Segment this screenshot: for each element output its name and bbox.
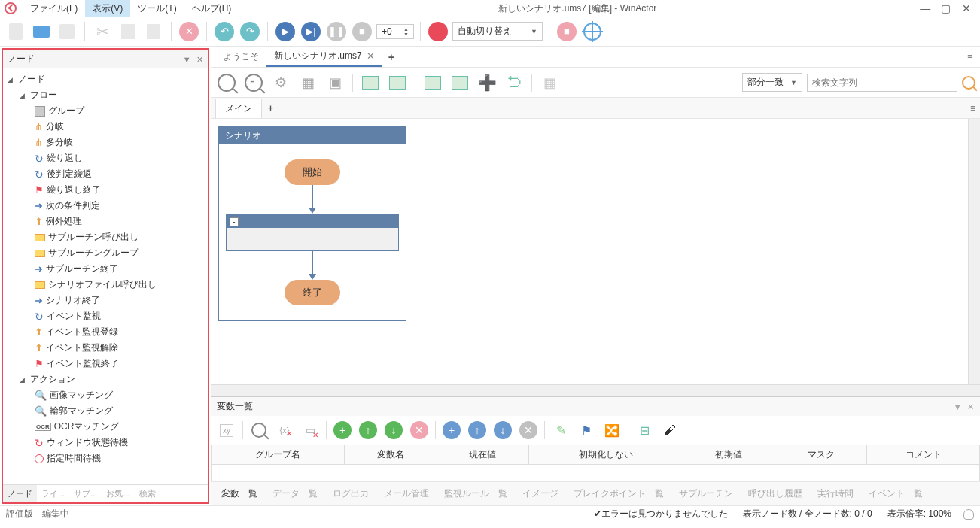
node-tree[interactable]: ◢ノード◢フローグループ⋔分岐⋔多分岐↻繰り返し↻後判定繰返⚑繰り返し終了➜次の…	[3, 68, 208, 484]
paste-button[interactable]	[142, 20, 165, 43]
bottom-tab[interactable]: 呼び出し履歴	[742, 485, 808, 502]
panel-tab[interactable]: サブ...	[69, 485, 102, 502]
image-button-2[interactable]	[386, 71, 409, 94]
cancel-button[interactable]: ✕	[178, 20, 200, 43]
stop-record-button[interactable]: ■	[555, 20, 578, 43]
collapse-button[interactable]: ▣	[324, 71, 346, 94]
var-column-header[interactable]: 変数名	[345, 445, 437, 465]
tree-item[interactable]: ➜シナリオ終了	[5, 293, 206, 308]
menu-help[interactable]: ヘルプ(H)	[184, 0, 239, 17]
bottom-tab[interactable]: メール管理	[378, 485, 435, 502]
new-file-button[interactable]	[5, 20, 27, 43]
var-flag-button[interactable]: ⚑	[575, 419, 598, 442]
end-node[interactable]: 終了	[285, 280, 340, 305]
tree-item[interactable]: ⬆イベント監視解除	[5, 340, 206, 356]
tree-item[interactable]: ↻後判定繰返	[5, 166, 206, 182]
cut-button[interactable]: ✂	[91, 20, 114, 43]
layout-button[interactable]: ▦	[297, 71, 319, 94]
tree-item[interactable]: シナリオファイル呼び出し	[5, 277, 206, 293]
canvas-tab-add[interactable]: +	[262, 100, 279, 117]
bottom-tab[interactable]: 実行時間	[811, 485, 860, 502]
search-icon[interactable]	[962, 76, 975, 90]
tree-item[interactable]: ↻イベント監視	[5, 308, 206, 324]
tree-item[interactable]: OCROCRマッチング	[5, 419, 206, 435]
placeholder-node[interactable]: -	[226, 214, 399, 251]
var-up-button[interactable]: ↑	[357, 419, 379, 442]
bottom-tab[interactable]: ブレイクポイント一覧	[568, 485, 670, 502]
var-map-button[interactable]: 🔀	[601, 419, 623, 442]
tabs-menu-icon[interactable]: ≡	[964, 52, 975, 62]
flow-canvas[interactable]: シナリオ 開始 - 終了	[211, 119, 968, 384]
search-input[interactable]	[807, 74, 957, 92]
var-delete-button[interactable]: ✕	[408, 419, 431, 442]
close-button[interactable]: ✕	[957, 2, 975, 14]
tree-item[interactable]: ◢ノード	[5, 71, 206, 87]
var-clear-2-button[interactable]: ▭✕	[299, 419, 321, 442]
bottom-tab[interactable]: ログ出力	[327, 485, 375, 502]
tree-item[interactable]: ⚑繰り返し終了	[5, 182, 206, 198]
stop-button[interactable]: ■	[351, 20, 373, 43]
start-node[interactable]: 開始	[285, 159, 340, 185]
tab-add-button[interactable]: +	[382, 48, 400, 66]
tree-item[interactable]: 🔍画像マッチング	[5, 387, 206, 403]
tree-item[interactable]: ↻ウィンドウ状態待機	[5, 435, 206, 451]
tree-item[interactable]: ⬆イベント監視登録	[5, 324, 206, 340]
variable-table[interactable]: グループ名変数名現在値初期化しない初期値マスクコメント	[211, 445, 980, 481]
tree-item[interactable]: ↻繰り返し	[5, 150, 206, 166]
tree-item[interactable]: ➜サブルーチン終了	[5, 261, 206, 277]
pause-button[interactable]: ❚❚	[325, 20, 348, 43]
horizontal-scrollbar[interactable]	[211, 384, 980, 396]
bottom-tab[interactable]: 変数一覧	[215, 485, 263, 502]
image-button-1[interactable]	[359, 71, 382, 94]
var-align-button[interactable]: ⊟	[633, 419, 656, 442]
canvas-tab-main[interactable]: メイン	[215, 99, 262, 118]
menu-file[interactable]: ファイル(F)	[23, 0, 85, 17]
record-button[interactable]	[427, 20, 449, 43]
bottom-tab[interactable]: サブルーチン	[673, 485, 739, 502]
var-down-button[interactable]: ↓	[382, 419, 405, 442]
tree-item[interactable]: ⋔分岐	[5, 119, 206, 135]
var-column-header[interactable]: マスク	[775, 445, 866, 465]
tree-item[interactable]: ◢アクション	[5, 372, 206, 387]
panel-tab[interactable]: ライ...	[37, 485, 69, 502]
match-mode-select[interactable]: 部分一致▼	[742, 73, 802, 92]
goto-button[interactable]: ⮌	[503, 71, 525, 94]
target-button[interactable]	[581, 20, 604, 43]
step-button[interactable]: ▶|	[300, 20, 322, 43]
panel-tab[interactable]: お気...	[102, 485, 134, 502]
var-add2-button[interactable]: +	[440, 419, 463, 442]
tree-item[interactable]: ⚑イベント監視終了	[5, 356, 206, 372]
copy-button[interactable]	[117, 20, 139, 43]
image-button-4[interactable]	[449, 71, 471, 94]
zoom-settings-button[interactable]: ⚙	[269, 71, 292, 94]
var-xy-button[interactable]: xy	[215, 419, 238, 442]
tree-item[interactable]: ◢フロー	[5, 87, 206, 103]
var-paint-button[interactable]: 🖌	[659, 419, 681, 442]
redo-button[interactable]: ↷	[239, 20, 261, 43]
tab-welcome[interactable]: ようこそ	[215, 47, 266, 66]
canvas-menu-icon[interactable]: ≡	[970, 103, 975, 114]
bottom-tab[interactable]: イメージ	[516, 485, 565, 502]
grid-button[interactable]: ▦	[538, 71, 561, 94]
var-down2-button[interactable]: ↓	[492, 419, 514, 442]
notification-icon[interactable]	[963, 509, 974, 520]
var-add-button[interactable]: +	[331, 419, 354, 442]
tree-item[interactable]: ⋔多分岐	[5, 135, 206, 150]
menu-tools[interactable]: ツール(T)	[130, 0, 184, 17]
tree-item[interactable]: ➜次の条件判定	[5, 198, 206, 214]
tree-item[interactable]: ⬆例外処理	[5, 214, 206, 229]
open-file-button[interactable]	[30, 20, 53, 43]
panel-tab[interactable]: ノード	[3, 485, 37, 502]
var-clear-1-button[interactable]: {x}✕	[273, 419, 296, 442]
var-delete2-button[interactable]: ✕	[517, 419, 540, 442]
var-column-header[interactable]: 初期値	[683, 445, 775, 465]
tab-scenario-file[interactable]: 新しいシナリオ.ums7 ✕	[266, 47, 382, 67]
bottom-tab[interactable]: 監視ルール一覧	[438, 485, 513, 502]
tree-item[interactable]: グループ	[5, 103, 206, 119]
var-column-header[interactable]: コメント	[867, 445, 980, 465]
panel-dropdown-icon[interactable]: ▼	[183, 55, 191, 64]
tree-item[interactable]: サブルーチン呼び出し	[5, 229, 206, 245]
zoom-fit-button[interactable]	[215, 71, 238, 94]
panel-tab[interactable]: 検索	[135, 485, 160, 502]
scenario-container[interactable]: シナリオ 開始 - 終了	[218, 126, 406, 321]
